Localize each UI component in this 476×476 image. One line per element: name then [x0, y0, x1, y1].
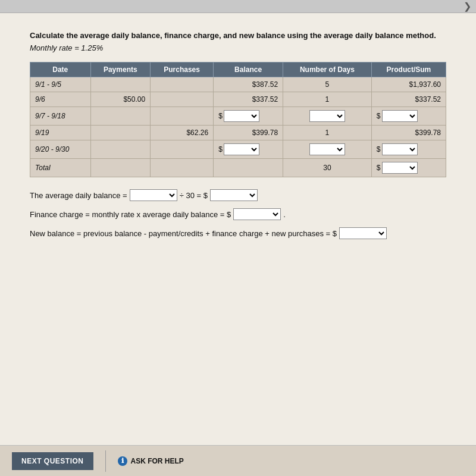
period: .	[283, 210, 286, 219]
date-cell: 9/19	[30, 126, 91, 140]
dollar-sign: $	[218, 145, 223, 154]
product-cell: $337.52	[371, 92, 446, 107]
table-row: 9/1 - 9/5 $387.52 5 $1,937.60	[30, 77, 446, 92]
content-area: Calculate the average daily balance, fin…	[0, 13, 476, 476]
product-select[interactable]	[382, 143, 418, 155]
purchases-cell	[151, 92, 214, 107]
days-select[interactable]	[309, 110, 345, 122]
date-cell: 9/20 - 9/30	[30, 140, 91, 159]
ask-help-label[interactable]: ASK FOR HELP	[131, 457, 184, 465]
purchases-cell	[151, 159, 214, 177]
avg-daily-select-2[interactable]	[210, 189, 258, 201]
finance-charge-row: Finance charge = monthly rate x average …	[30, 208, 446, 220]
col-header-days: Number of Days	[283, 62, 372, 77]
finance-charge-label: Finance charge = monthly rate x average …	[30, 210, 231, 219]
days-cell: 1	[283, 92, 372, 107]
date-cell: 9/6	[30, 92, 91, 107]
new-balance-select[interactable]	[339, 227, 387, 239]
payments-cell	[90, 126, 151, 140]
divider	[105, 450, 106, 472]
new-balance-row: New balance = previous balance - payment…	[30, 227, 446, 239]
product-cell: $1,937.60	[371, 77, 446, 92]
balance-dropdown-cell: $	[214, 107, 283, 126]
forward-arrow-icon[interactable]: ❯	[464, 1, 471, 12]
purchases-cell	[151, 107, 214, 126]
balance-cell	[214, 159, 283, 177]
dollar-sign: $	[377, 145, 381, 154]
date-cell: 9/1 - 9/5	[30, 77, 91, 92]
date-cell: 9/7 - 9/18	[30, 107, 91, 126]
balance-select[interactable]	[224, 143, 259, 155]
finance-charge-select[interactable]	[233, 208, 281, 220]
table-row: 9/19 $62.26 $399.78 1 $399.78	[30, 126, 446, 140]
dollar-sign: $	[377, 164, 381, 172]
col-header-purchases: Purchases	[151, 62, 214, 77]
table-row: 9/20 - 9/30 $ $	[30, 140, 446, 159]
product-dropdown-cell: $	[371, 159, 446, 177]
days-cell: 5	[283, 77, 372, 92]
avg-daily-label: The average daily balance =	[30, 191, 127, 200]
balance-table: Date Payments Purchases Balance Number o…	[30, 62, 446, 177]
product-cell: $399.78	[371, 126, 446, 140]
product-select[interactable]	[382, 110, 418, 122]
purchases-cell: $62.26	[151, 126, 214, 140]
payments-cell: $50.00	[90, 92, 151, 107]
days-cell: 30	[283, 159, 372, 177]
payments-cell	[90, 140, 151, 159]
col-header-product: Product/Sum	[371, 62, 446, 77]
div30-label: ÷ 30 = $	[180, 191, 208, 200]
ask-help-section: ℹ ASK FOR HELP	[118, 456, 184, 466]
avg-daily-balance-row: The average daily balance = ÷ 30 = $	[30, 189, 446, 201]
days-cell: 1	[283, 126, 372, 140]
balance-cell: $337.52	[214, 92, 283, 107]
payments-cell	[90, 107, 151, 126]
table-row: 9/7 - 9/18 $ $	[30, 107, 446, 126]
date-cell: Total	[30, 159, 91, 177]
days-dropdown-cell	[283, 140, 372, 159]
main-instruction: Calculate the average daily balance, fin…	[30, 31, 446, 40]
col-header-payments: Payments	[90, 62, 151, 77]
balance-cell: $399.78	[214, 126, 283, 140]
days-dropdown-cell	[283, 107, 372, 126]
avg-daily-select-1[interactable]	[130, 189, 177, 201]
new-balance-label: New balance = previous balance - payment…	[30, 229, 337, 238]
table-row: Total 30 $	[30, 159, 446, 177]
bottom-bar: NEXT QUESTION ℹ ASK FOR HELP	[0, 445, 476, 476]
product-dropdown-cell: $	[371, 107, 446, 126]
product-total-select[interactable]	[382, 162, 418, 174]
help-icon: ℹ	[118, 456, 127, 466]
balance-select[interactable]	[224, 110, 259, 122]
purchases-cell	[151, 140, 214, 159]
top-bar: ❯	[0, 0, 476, 13]
payments-cell	[90, 159, 151, 177]
balance-cell: $387.52	[214, 77, 283, 92]
next-question-button[interactable]: NEXT QUESTION	[12, 452, 93, 470]
dollar-sign: $	[218, 112, 223, 120]
days-select[interactable]	[309, 143, 345, 155]
col-header-date: Date	[30, 62, 91, 77]
monthly-rate: Monthly rate = 1.25%	[30, 43, 446, 52]
col-header-balance: Balance	[214, 62, 283, 77]
purchases-cell	[151, 77, 214, 92]
payments-cell	[90, 77, 151, 92]
balance-dropdown-cell: $	[214, 140, 283, 159]
dollar-sign: $	[377, 112, 381, 120]
table-row: 9/6 $50.00 $337.52 1 $337.52	[30, 92, 446, 107]
product-dropdown-cell: $	[371, 140, 446, 159]
